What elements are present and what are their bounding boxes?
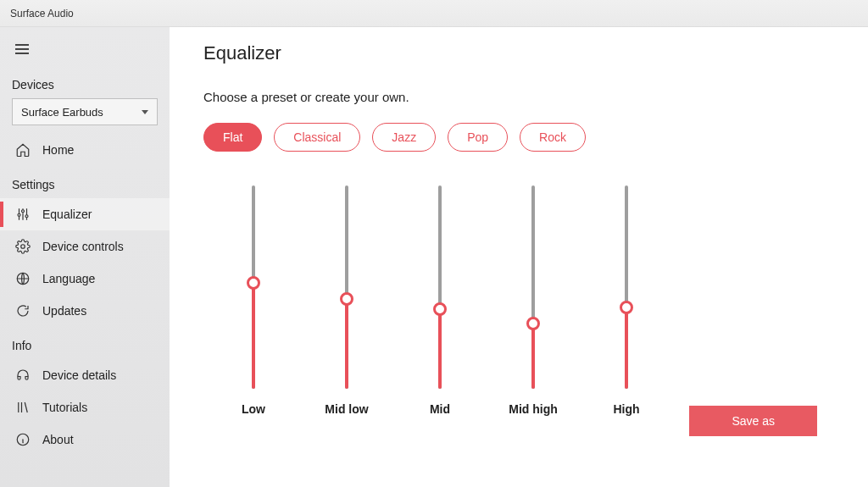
svg-point-0 <box>21 245 25 249</box>
eq-slider-fill <box>625 307 628 389</box>
eq-slider[interactable] <box>252 185 255 389</box>
preset-jazz[interactable]: Jazz <box>372 123 436 152</box>
equalizer-sliders: LowMid lowMidMid highHigh <box>229 185 834 416</box>
eq-band-label: Mid low <box>325 402 368 416</box>
home-icon <box>15 142 31 158</box>
info-icon <box>15 432 31 447</box>
eq-band-mid-low: Mid low <box>322 185 371 416</box>
eq-slider-fill <box>531 324 535 389</box>
sidebar-item-label: Equalizer <box>42 208 92 221</box>
preset-flat[interactable]: Flat <box>203 123 262 152</box>
sidebar-item-updates[interactable]: Updates <box>0 295 170 327</box>
devices-section-label: Devices <box>0 66 170 98</box>
eq-slider[interactable] <box>345 185 348 389</box>
sidebar-item-device-controls[interactable]: Device controls <box>0 230 170 263</box>
save-as-button[interactable]: Save as <box>689 406 817 436</box>
eq-band-mid: Mid <box>415 185 465 416</box>
sidebar-item-equalizer[interactable]: Equalizer <box>0 198 170 230</box>
eq-band-mid-high: Mid high <box>509 185 558 416</box>
sidebar-item-home[interactable]: Home <box>0 134 170 166</box>
eq-band-label: Mid <box>430 402 450 416</box>
sidebar-item-device-details[interactable]: Device details <box>0 359 170 391</box>
preset-rock[interactable]: Rock <box>520 123 586 152</box>
preset-classical[interactable]: Classical <box>274 123 360 152</box>
sidebar-item-label: Device controls <box>42 240 124 253</box>
gear-icon <box>15 239 31 254</box>
hamburger-button[interactable] <box>5 32 39 66</box>
hamburger-icon <box>15 48 29 50</box>
sidebar-item-label: Device details <box>42 368 116 382</box>
chevron-down-icon <box>142 110 148 114</box>
library-icon <box>15 400 31 415</box>
sidebar-item-label: Home <box>42 143 74 157</box>
eq-band-low: Low <box>229 185 278 416</box>
eq-slider-thumb[interactable] <box>526 317 540 330</box>
sliders-icon <box>15 207 31 222</box>
eq-slider-fill <box>438 309 442 389</box>
eq-slider[interactable] <box>438 185 442 389</box>
sidebar-item-label: Updates <box>42 304 86 318</box>
sidebar-item-language[interactable]: Language <box>0 263 170 295</box>
sidebar: Devices Surface Earbuds Home Settings Eq… <box>0 27 170 487</box>
eq-slider[interactable] <box>531 185 535 389</box>
main-panel: Equalizer Choose a preset or create your… <box>170 27 868 487</box>
preset-row: FlatClassicalJazzPopRock <box>203 123 834 152</box>
globe-icon <box>15 271 31 286</box>
info-section-label: Info <box>0 327 170 359</box>
settings-section-label: Settings <box>0 166 170 198</box>
eq-slider-fill <box>252 283 255 389</box>
eq-slider-thumb[interactable] <box>340 292 353 306</box>
eq-band-label: Low <box>242 402 265 416</box>
preset-pop[interactable]: Pop <box>448 123 508 152</box>
eq-slider-fill <box>345 299 348 389</box>
device-select[interactable]: Surface Earbuds <box>12 98 158 125</box>
eq-band-label: High <box>613 402 639 416</box>
refresh-icon <box>15 303 31 318</box>
eq-slider-thumb[interactable] <box>433 302 447 316</box>
eq-band-label: Mid high <box>509 402 558 416</box>
sidebar-item-label: Language <box>42 272 95 285</box>
eq-slider-thumb[interactable] <box>620 301 633 314</box>
device-select-value: Surface Earbuds <box>21 106 103 119</box>
page-title: Equalizer <box>203 42 834 64</box>
page-subtitle: Choose a preset or create your own. <box>203 90 834 104</box>
sidebar-item-label: Tutorials <box>42 401 87 414</box>
sidebar-item-label: About <box>42 433 74 446</box>
window-titlebar: Surface Audio <box>0 0 868 27</box>
sidebar-item-tutorials[interactable]: Tutorials <box>0 391 170 423</box>
eq-slider[interactable] <box>625 185 628 389</box>
eq-band-high: High <box>602 185 651 416</box>
sidebar-item-about[interactable]: About <box>0 423 170 456</box>
app-title: Surface Audio <box>10 8 74 19</box>
headphones-icon <box>15 368 31 383</box>
eq-slider-thumb[interactable] <box>247 276 260 290</box>
